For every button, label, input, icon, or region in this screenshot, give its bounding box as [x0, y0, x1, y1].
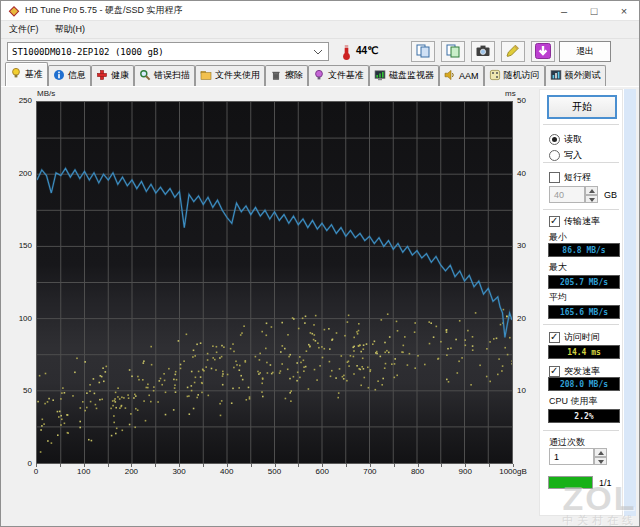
- menu-help[interactable]: 帮助(H): [47, 23, 94, 36]
- short-stroke-checkbox[interactable]: 短行程: [549, 171, 591, 184]
- x-tick-mark: [84, 464, 85, 467]
- x-tick-label: 600: [302, 467, 342, 476]
- max-speed-value: 205.7 MB/s: [548, 275, 620, 289]
- copy-image-icon: [445, 43, 461, 61]
- y-right-tick-label: 40: [517, 169, 539, 178]
- tab-file-benchmark[interactable]: 文件基准: [308, 65, 369, 86]
- x-tick-mark: [251, 464, 252, 467]
- spinner-up-icon[interactable]: [594, 448, 607, 457]
- temperature-readout: 44℃: [356, 45, 378, 56]
- x-tick-label: 400: [207, 467, 247, 476]
- panel-separator: [543, 430, 619, 431]
- file-benchmark-icon: [313, 69, 325, 83]
- menubar: 文件(F) 帮助(H): [1, 21, 639, 39]
- spinner-up-icon[interactable]: [585, 186, 598, 195]
- cpu-usage-label: CPU 使用率: [549, 395, 598, 408]
- y-left-tick-label: 200: [8, 169, 32, 178]
- pencil-button[interactable]: [501, 41, 525, 62]
- spinner-down-icon[interactable]: [594, 457, 607, 466]
- x-tick-mark: [465, 464, 466, 467]
- titlebar: HD Tune Pro 5.75 - 硬盘/SSD 实用程序 – □ ×: [1, 1, 639, 21]
- y-left-tick-label: 50: [8, 386, 32, 395]
- camera-icon: [475, 43, 491, 61]
- tab-erase[interactable]: 擦除: [265, 65, 308, 86]
- transfer-rate-checkbox-box: [549, 216, 560, 227]
- exit-button[interactable]: 退出: [559, 41, 611, 62]
- access-time-checkbox[interactable]: 访问时间: [549, 331, 600, 344]
- toolbar-buttons: [411, 41, 555, 62]
- tab-random-access[interactable]: 随机访问: [484, 65, 545, 86]
- panel-separator: [543, 324, 619, 325]
- x-tick-label: 200: [111, 467, 151, 476]
- tab-disk-monitor[interactable]: 磁盘监视器: [369, 65, 439, 86]
- tab-error-scan[interactable]: 错误扫描: [134, 65, 195, 86]
- y-left-tick-label: 150: [8, 241, 32, 250]
- tab-label: 擦除: [285, 69, 303, 82]
- x-tick-mark: [370, 464, 371, 467]
- transfer-rate-checkbox[interactable]: 传输速率: [549, 215, 600, 228]
- x-tick-mark: [155, 464, 156, 467]
- tab-label: 磁盘监视器: [389, 69, 434, 82]
- x-tick-mark: [203, 464, 204, 467]
- drive-selector[interactable]: ST1000DM010-2EP102 (1000 gB): [7, 42, 329, 61]
- temperature-value: 44: [356, 45, 367, 56]
- tab-label: AAM: [459, 71, 479, 81]
- tab-aam[interactable]: AAM: [439, 65, 484, 86]
- x-tick-mark: [322, 464, 323, 467]
- copy-pages-button[interactable]: [411, 41, 435, 62]
- camera-button[interactable]: [471, 41, 495, 62]
- x-tick-mark: [60, 464, 61, 467]
- minimize-button[interactable]: –: [549, 1, 579, 20]
- pass-count-spinner[interactable]: 1: [549, 448, 607, 465]
- tab-label: 基准: [25, 68, 43, 81]
- benchmark-controls-panel: 开始 读取 写入 短行程 40 GB: [539, 89, 623, 516]
- tab-label: 错误扫描: [154, 69, 190, 82]
- random-access-icon: [489, 69, 501, 83]
- start-button[interactable]: 开始: [547, 95, 617, 119]
- short-stroke-checkbox-box: [549, 172, 560, 183]
- write-radio-label: 写入: [564, 149, 582, 162]
- tab-label: 随机访问: [504, 69, 540, 82]
- pass-progress-bar: [548, 476, 593, 489]
- short-stroke-size-spinner[interactable]: 40: [549, 186, 598, 203]
- pencil-icon: [505, 43, 521, 61]
- short-stroke-label: 短行程: [564, 171, 591, 184]
- tab-folder-usage[interactable]: 文件夹使用: [195, 65, 265, 86]
- x-tick-label: 700: [350, 467, 390, 476]
- panel-separator: [543, 162, 619, 163]
- x-tick-mark: [418, 464, 419, 467]
- menu-file[interactable]: 文件(F): [1, 23, 47, 36]
- tab-label: 文件基准: [328, 69, 364, 82]
- window-title: HD Tune Pro 5.75 - 硬盘/SSD 实用程序: [25, 4, 183, 17]
- y-right-tick-label: 30: [517, 241, 539, 250]
- disk-monitor-icon: [374, 69, 386, 83]
- temperature-unit: ℃: [367, 45, 378, 56]
- x-tick-label: 300: [159, 467, 199, 476]
- extra-tests-icon: [550, 69, 562, 83]
- copy-image-button[interactable]: [441, 41, 465, 62]
- maximize-button[interactable]: □: [579, 1, 609, 20]
- tab-benchmark[interactable]: 基准: [5, 62, 48, 86]
- save-down-button[interactable]: [531, 41, 555, 62]
- x-tick-label: 0: [16, 467, 56, 476]
- x-tick-mark: [394, 464, 395, 467]
- transfer-rate-label: 传输速率: [564, 215, 600, 228]
- x-tick-mark: [513, 464, 514, 467]
- health-icon: [96, 69, 108, 83]
- pass-count-value: 1: [549, 448, 594, 465]
- app-icon: [8, 5, 20, 17]
- x-tick-mark: [227, 464, 228, 467]
- burst-rate-checkbox-box: [549, 366, 560, 377]
- x-tick-mark: [298, 464, 299, 467]
- write-radio[interactable]: 写入: [549, 149, 582, 162]
- erase-icon: [270, 69, 282, 83]
- tab-info[interactable]: 信息: [48, 65, 91, 86]
- tab-extra-tests[interactable]: 额外测试: [545, 65, 606, 86]
- x-tick-mark: [179, 464, 180, 467]
- x-tick-mark: [108, 464, 109, 467]
- read-radio[interactable]: 读取: [549, 133, 582, 146]
- close-button[interactable]: ×: [609, 1, 639, 20]
- spinner-down-icon[interactable]: [585, 195, 598, 204]
- tab-health[interactable]: 健康: [91, 65, 134, 86]
- cpu-usage-value: 2.2%: [548, 409, 620, 423]
